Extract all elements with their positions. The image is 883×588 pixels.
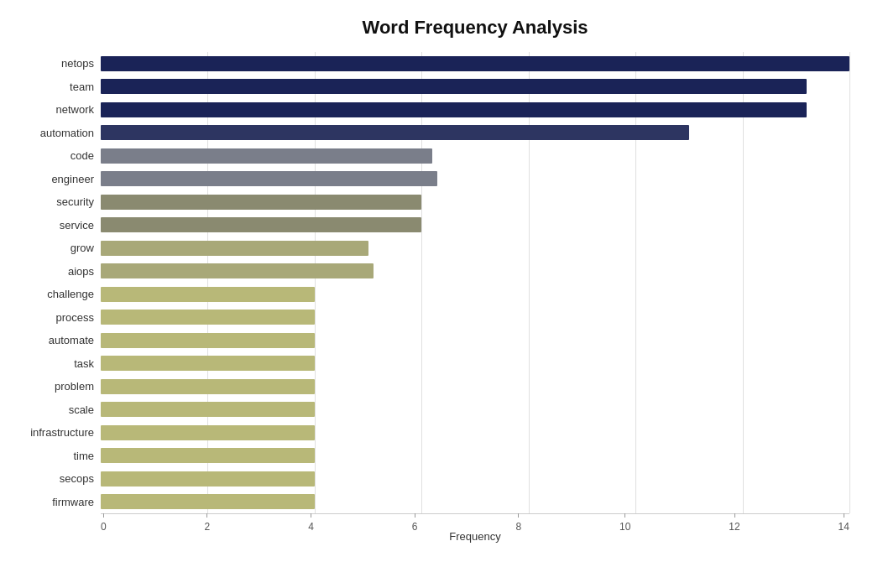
x-tick: 0	[101, 513, 107, 533]
bar	[101, 195, 421, 210]
bar-row: automation	[101, 123, 849, 142]
bar	[101, 310, 315, 325]
x-tick-line	[206, 513, 207, 518]
bar-row: secops	[101, 470, 849, 488]
bar	[101, 471, 315, 487]
bar-label: secops	[2, 472, 94, 485]
chart-title: Word Frequency Analysis	[101, 17, 849, 39]
bar-row: service	[101, 216, 849, 234]
bar-row: time	[101, 446, 849, 465]
bar-row: team	[101, 77, 849, 96]
bar	[101, 333, 315, 348]
bar-row: security	[101, 193, 849, 211]
bar-label: aiops	[2, 265, 94, 278]
bar-label: automation	[2, 127, 94, 139]
bar-label: network	[2, 103, 94, 116]
x-tick-line	[415, 513, 415, 518]
bar-row: problem	[101, 377, 849, 396]
x-tick-label: 14	[839, 521, 849, 533]
bar	[101, 494, 315, 509]
bar	[101, 448, 315, 463]
bar	[101, 241, 368, 256]
bar	[101, 379, 315, 394]
bar	[101, 56, 849, 71]
bar-row: challenge	[101, 285, 849, 304]
chart-container: Word Frequency Analysis netopsteamnetwor…	[0, 0, 883, 588]
bar-label: netops	[2, 57, 94, 70]
x-tick-label: 10	[619, 521, 630, 533]
bar	[101, 171, 437, 186]
bar	[101, 356, 315, 371]
bar	[101, 79, 807, 94]
bar-label: firmware	[2, 496, 94, 508]
bar-row: infrastructure	[101, 424, 849, 442]
x-tick: 12	[729, 513, 739, 533]
x-tick-line	[103, 513, 104, 518]
bar	[101, 102, 807, 117]
x-tick-label: 0	[101, 521, 107, 533]
x-tick-label: 4	[308, 521, 314, 533]
bar	[101, 148, 432, 164]
bar-row: automate	[101, 331, 849, 350]
bar-label: automate	[2, 334, 94, 346]
chart-area: netopsteamnetworkautomationcodeengineers…	[101, 52, 849, 547]
x-tick-line	[624, 513, 625, 518]
x-tick: 8	[515, 513, 521, 533]
x-tick: 10	[619, 513, 630, 533]
bar-label: infrastructure	[2, 426, 94, 439]
bars-container: netopsteamnetworkautomationcodeengineers…	[101, 52, 849, 513]
bar-label: team	[2, 81, 94, 93]
x-axis: 02468101214 Frequency	[101, 513, 849, 547]
bar	[101, 402, 315, 417]
x-tick-label: 12	[729, 521, 739, 533]
bar-row: process	[101, 308, 849, 326]
bar-label: time	[2, 450, 94, 462]
x-tick: 6	[412, 513, 418, 533]
x-tick: 14	[839, 513, 849, 533]
bar-label: code	[2, 149, 94, 162]
bar-label: process	[2, 311, 94, 324]
bar	[101, 263, 374, 278]
x-tick-label: 8	[515, 521, 521, 533]
x-tick-line	[734, 513, 735, 518]
bar-label: scale	[2, 403, 94, 416]
x-tick-label: 6	[412, 521, 418, 533]
bar	[101, 287, 315, 302]
bar-label: task	[2, 357, 94, 370]
bar-row: aiops	[101, 262, 849, 280]
x-tick: 2	[205, 513, 211, 533]
x-tick-line	[518, 513, 519, 518]
bar-row: code	[101, 147, 849, 165]
bar-label: problem	[2, 380, 94, 393]
grid-line	[849, 52, 850, 513]
bar-row: engineer	[101, 169, 849, 188]
bar-row: task	[101, 354, 849, 372]
bar-label: engineer	[2, 173, 94, 185]
x-tick-line	[844, 513, 844, 518]
bar-label: challenge	[2, 288, 94, 300]
bar-label: security	[2, 195, 94, 208]
x-tick: 4	[308, 513, 314, 533]
x-ticks: 02468101214	[101, 513, 849, 533]
bar	[101, 217, 421, 232]
bar	[101, 125, 689, 140]
bar-label: service	[2, 219, 94, 232]
bar-row: network	[101, 101, 849, 119]
bar-row: grow	[101, 239, 849, 258]
x-tick-line	[311, 513, 311, 518]
bar	[101, 425, 315, 440]
bar-row: scale	[101, 400, 849, 419]
bar-label: grow	[2, 242, 94, 254]
bar-row: netops	[101, 55, 849, 73]
x-tick-label: 2	[205, 521, 211, 533]
bar-row: firmware	[101, 492, 849, 511]
